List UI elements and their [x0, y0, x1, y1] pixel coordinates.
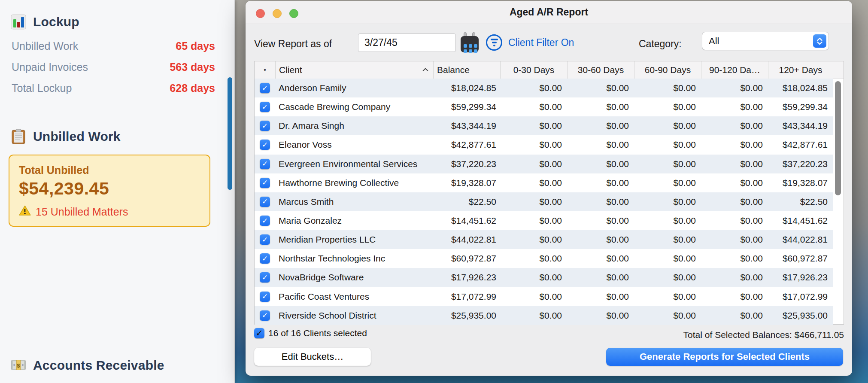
metric-value: 628 days [170, 82, 215, 94]
column-header-30-60-days[interactable]: 30-60 Days [567, 61, 634, 79]
amount-cell: $60,972.87 [768, 249, 833, 268]
aged-ar-table: •ClientBalance0-30 Days30-60 Days60-90 D… [254, 61, 844, 325]
sort-ascending-icon [422, 67, 429, 72]
table-row[interactable]: ✓Marcus Smith$22.50$0.00$0.00$0.00$0.00$… [255, 192, 833, 211]
table-row[interactable]: ✓Hawthorne Brewing Collective$19,328.07$… [255, 173, 833, 192]
column-header-60-90-days[interactable]: 60-90 Days [634, 61, 701, 79]
amount-cell: $0.00 [500, 155, 567, 173]
amount-cell: $25,935.00 [433, 306, 500, 325]
column-header-balance[interactable]: Balance [433, 61, 500, 79]
table-row[interactable]: ✓Eleanor Voss$42,877.61$0.00$0.00$0.00$0… [255, 135, 833, 154]
table-row[interactable]: ✓Evergreen Environmental Services$37,220… [255, 155, 833, 173]
amount-cell: $0.00 [500, 268, 567, 287]
window-title: Aged A/R Report [510, 6, 588, 18]
amount-cell: $0.00 [500, 79, 567, 97]
sidebar-scrollbar[interactable] [228, 77, 232, 190]
selected-balances-total: Total of Selected Balances: $466,711.05 [683, 330, 844, 340]
accounts-receivable-title: Accounts Receivable [33, 358, 164, 373]
table-row[interactable]: ✓NovaBridge Software$17,926.23$0.00$0.00… [255, 268, 833, 287]
amount-cell: $0.00 [567, 287, 634, 306]
column-header-120+-days[interactable]: 120+ Days [768, 61, 833, 79]
table-row[interactable]: ✓Cascade Brewing Company$59,299.34$0.00$… [255, 97, 833, 116]
client-name-cell: Evergreen Environmental Services [275, 155, 433, 173]
amount-cell: $22.50 [768, 192, 833, 211]
amount-cell: $0.00 [500, 249, 567, 268]
amount-cell: $0.00 [634, 268, 701, 287]
table-row[interactable]: ✓Dr. Amara Singh$43,344.19$0.00$0.00$0.0… [255, 116, 833, 135]
row-checkbox[interactable]: ✓ [260, 234, 270, 245]
amount-cell: $19,328.07 [433, 173, 500, 192]
amount-cell: $0.00 [701, 135, 768, 154]
row-checkbox[interactable]: ✓ [260, 272, 270, 283]
amount-cell: $0.00 [567, 155, 634, 173]
zoom-button[interactable] [289, 9, 298, 18]
window-titlebar[interactable]: Aged A/R Report [246, 1, 852, 24]
metric-value: 65 days [176, 40, 215, 52]
row-checkbox[interactable]: ✓ [260, 292, 270, 302]
column-header-0-30-days[interactable]: 0-30 Days [500, 61, 567, 79]
aged-ar-report-window: Aged A/R Report View Report as of Client… [246, 1, 852, 376]
amount-cell: $59,299.34 [768, 97, 833, 116]
amount-cell: $0.00 [634, 97, 701, 116]
table-row[interactable]: ✓Maria Gonzalez$14,451.62$0.00$0.00$0.00… [255, 211, 833, 230]
amount-cell: $19,328.07 [768, 173, 833, 192]
amount-cell: $18,024.85 [768, 79, 833, 97]
client-name-cell: Marcus Smith [275, 192, 433, 211]
row-checkbox[interactable]: ✓ [260, 253, 270, 264]
table-row[interactable]: ✓Pacific Coast Ventures$17,072.99$0.00$0… [255, 287, 833, 306]
row-checkbox[interactable]: ✓ [260, 197, 270, 207]
amount-cell: $43,344.19 [768, 116, 833, 135]
column-header-90-120-da-[interactable]: 90-120 Da… [701, 61, 768, 79]
row-checkbox[interactable]: ✓ [260, 178, 270, 188]
table-row[interactable]: ✓Meridian Properties LLC$44,022.81$0.00$… [255, 230, 833, 249]
amount-cell: $0.00 [634, 79, 701, 97]
amount-cell: $0.00 [567, 79, 634, 97]
amount-cell: $0.00 [634, 211, 701, 230]
row-checkbox[interactable]: ✓ [260, 216, 270, 226]
minimize-button[interactable] [273, 9, 282, 18]
category-dropdown[interactable]: All [702, 32, 829, 50]
row-checkbox[interactable]: ✓ [260, 140, 270, 150]
edit-buckets-button[interactable]: Edit Buckets… [254, 348, 371, 366]
lockup-title: Lockup [33, 15, 79, 29]
amount-cell: $0.00 [500, 230, 567, 249]
amount-cell: $37,220.23 [768, 155, 833, 173]
generate-reports-button[interactable]: Generate Reports for Selected Clients [606, 348, 843, 366]
amount-cell: $0.00 [634, 306, 701, 325]
column-header-select[interactable]: • [255, 61, 275, 79]
row-checkbox[interactable]: ✓ [260, 310, 270, 321]
clipboard-icon [11, 129, 26, 144]
close-button[interactable] [256, 9, 265, 18]
amount-cell: $43,344.19 [433, 116, 500, 135]
report-date-input[interactable] [358, 33, 456, 52]
table-row[interactable]: ✓Northstar Technologies Inc$60,972.87$0.… [255, 249, 833, 268]
row-checkbox[interactable]: ✓ [260, 159, 270, 169]
amount-cell: $14,451.62 [433, 211, 500, 230]
table-row[interactable]: ✓Anderson Family$18,024.85$0.00$0.00$0.0… [255, 79, 833, 97]
row-checkbox[interactable]: ✓ [260, 121, 270, 131]
client-name-cell: Riverside School District [275, 306, 433, 325]
select-all-checkbox[interactable]: ✓ [254, 328, 264, 338]
amount-cell: $0.00 [500, 135, 567, 154]
amount-cell: $17,926.23 [433, 268, 500, 287]
amount-cell: $0.00 [634, 155, 701, 173]
column-header-client[interactable]: Client [275, 61, 433, 79]
amount-cell: $0.00 [567, 230, 634, 249]
view-report-label: View Report as of [254, 38, 332, 50]
client-filter-button[interactable]: Client Filter On [486, 34, 574, 51]
amount-cell: $0.00 [701, 79, 768, 97]
row-checkbox[interactable]: ✓ [260, 102, 270, 112]
amount-cell: $0.00 [567, 173, 634, 192]
amount-cell: $0.00 [701, 155, 768, 173]
svg-text:$: $ [17, 362, 20, 369]
client-name-cell: Hawthorne Brewing Collective [275, 173, 433, 192]
table-scrollbar[interactable] [835, 81, 841, 195]
table-row[interactable]: ✓Riverside School District$25,935.00$0.0… [255, 306, 833, 325]
amount-cell: $0.00 [701, 192, 768, 211]
amount-cell: $42,877.61 [433, 135, 500, 154]
calendar-picker-button[interactable] [460, 32, 479, 53]
unbilled-matters-warning: 15 Unbilled Matters [36, 206, 128, 218]
row-checkbox[interactable]: ✓ [260, 83, 270, 93]
money-icon: $ [11, 358, 26, 373]
dashboard-sidebar: Lockup Unbilled Work65 daysUnpaid Invoic… [0, 0, 235, 383]
